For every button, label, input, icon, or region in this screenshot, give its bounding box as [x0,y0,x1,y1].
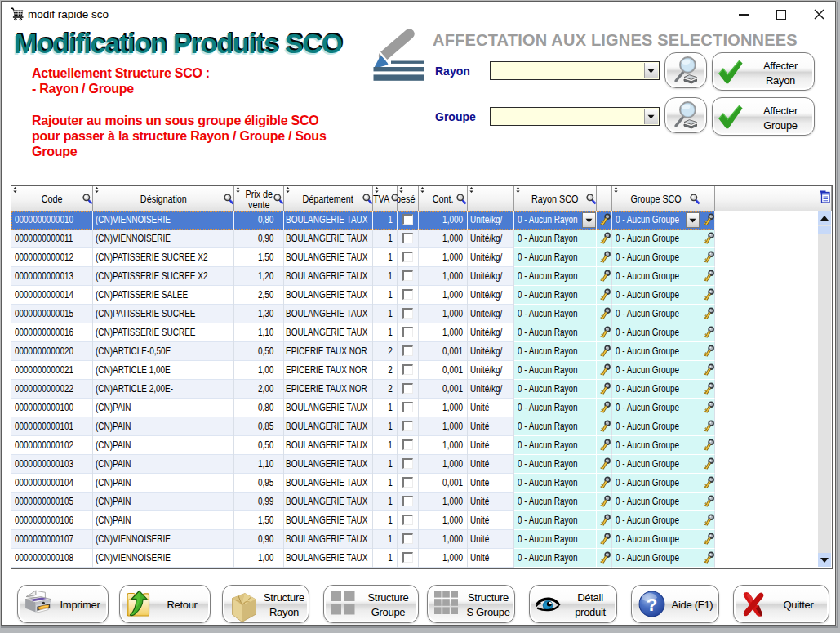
svg-text:?: ? [647,595,658,615]
